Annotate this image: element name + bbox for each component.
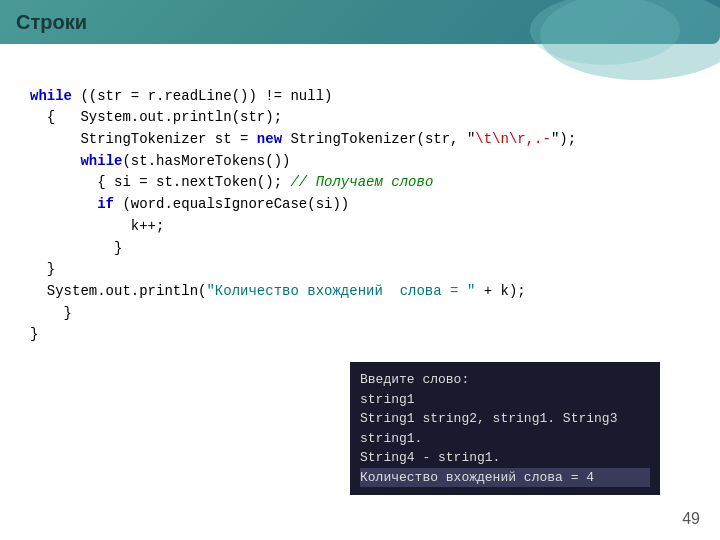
- terminal-line-2: string1: [360, 390, 650, 410]
- code-line-3: StringTokenizer st = new StringTokenizer…: [30, 131, 576, 147]
- header: Строки: [0, 0, 720, 44]
- code-line-10: System.out.println("Количество вхождений…: [30, 283, 526, 299]
- terminal-line-1: Введите слово:: [360, 370, 650, 390]
- code-block: while ((str = r.readLine()) != null) { S…: [30, 64, 690, 368]
- terminal-line-4: String4 - string1.: [360, 448, 650, 468]
- code-line-2: { System.out.println(str);: [30, 109, 282, 125]
- code-line-9: }: [30, 261, 55, 277]
- code-line-7: k++;: [30, 218, 164, 234]
- code-line-5: { si = st.nextToken(); // Получаем слово: [30, 174, 433, 190]
- code-line-1: while ((str = r.readLine()) != null): [30, 88, 332, 104]
- code-line-8: }: [30, 240, 122, 256]
- page-title: Строки: [16, 11, 87, 34]
- page-number: 49: [682, 510, 700, 528]
- code-line-4: while(st.hasMoreTokens()): [30, 153, 290, 169]
- main-content: while ((str = r.readLine()) != null) { S…: [0, 44, 720, 540]
- code-line-11: }: [30, 305, 72, 321]
- terminal-line-5: Количество вхождений слова = 4: [360, 468, 650, 488]
- terminal-line-3: String1 string2, string1. String3 string…: [360, 409, 650, 448]
- code-line-12: }: [30, 326, 38, 342]
- terminal-output: Введите слово: string1 String1 string2, …: [350, 362, 660, 495]
- code-line-6: if (word.equalsIgnoreCase(si)): [30, 196, 349, 212]
